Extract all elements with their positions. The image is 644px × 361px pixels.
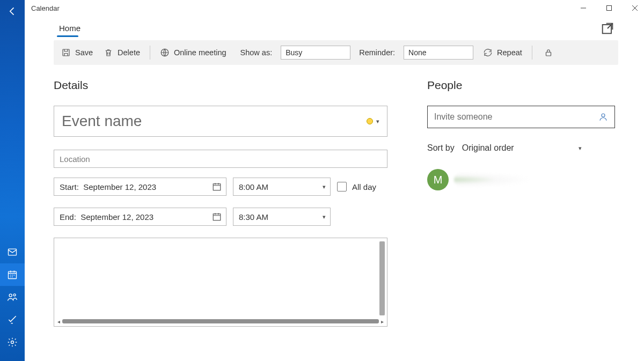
toolbar-separator xyxy=(532,46,532,60)
all-day-label: All day xyxy=(352,182,376,191)
sort-by-dropdown[interactable]: Original order ▾ xyxy=(462,143,582,153)
invite-someone-field[interactable] xyxy=(427,106,615,128)
chevron-down-icon: ▾ xyxy=(323,183,326,190)
todo-icon[interactable] xyxy=(0,308,25,331)
show-as-value: Busy xyxy=(286,48,302,57)
end-time-value: 8:30 AM xyxy=(239,212,268,222)
chevron-down-icon: ▾ xyxy=(323,213,326,220)
details-heading: Details xyxy=(54,79,397,92)
window-title: Calendar xyxy=(31,4,60,12)
all-day-checkbox[interactable] xyxy=(337,182,347,191)
toolbar-separator xyxy=(150,46,150,60)
reminder-value: None xyxy=(408,48,426,57)
vertical-scrollbar[interactable] xyxy=(379,241,385,315)
back-button[interactable] xyxy=(0,0,25,23)
start-label: Start: xyxy=(60,182,79,191)
show-as-label: Show as: xyxy=(240,48,273,57)
tab-home[interactable]: Home xyxy=(57,20,83,36)
online-meeting-button[interactable]: Online meeting xyxy=(159,46,228,60)
event-name-input[interactable] xyxy=(62,113,367,130)
calendar-icon xyxy=(212,212,222,222)
repeat-button[interactable]: Repeat xyxy=(482,46,523,60)
horizontal-scrollbar[interactable]: ◂ ▸ xyxy=(57,319,384,324)
start-date-value: September 12, 2023 xyxy=(83,182,156,191)
online-meeting-label: Online meeting xyxy=(174,48,226,57)
svg-rect-0 xyxy=(9,249,17,255)
sort-by-value: Original order xyxy=(462,143,514,153)
end-label: End: xyxy=(60,212,76,222)
end-time-picker[interactable]: 8:30 AM ▾ xyxy=(233,208,331,226)
app-sidebar xyxy=(0,0,25,361)
scroll-left-icon: ◂ xyxy=(57,319,60,325)
calendar-icon xyxy=(212,182,222,191)
save-label: Save xyxy=(75,48,93,57)
save-button[interactable]: Save xyxy=(60,46,94,60)
show-as-dropdown[interactable]: Busy xyxy=(281,46,350,60)
svg-point-4 xyxy=(11,341,14,344)
reminder-label: Reminder: xyxy=(359,48,395,57)
svg-rect-7 xyxy=(63,49,69,56)
location-input[interactable] xyxy=(60,150,382,167)
delete-label: Delete xyxy=(118,48,140,57)
event-toolbar: Save Delete Online meeting Show as: Busy… xyxy=(54,40,618,65)
people-heading: People xyxy=(427,79,615,92)
avatar: M xyxy=(427,169,449,190)
people-icon[interactable] xyxy=(0,286,25,308)
svg-rect-10 xyxy=(213,184,221,190)
location-field[interactable] xyxy=(54,150,387,168)
person-icon xyxy=(598,112,608,122)
attendee-row[interactable]: M xyxy=(427,169,615,190)
attendee-name-redacted xyxy=(454,172,529,187)
svg-rect-5 xyxy=(607,6,612,11)
settings-icon[interactable] xyxy=(0,331,25,353)
category-color-picker[interactable]: ▾ xyxy=(367,118,379,125)
end-date-picker[interactable]: End: September 12, 2023 xyxy=(54,208,226,226)
open-new-window-icon[interactable] xyxy=(600,21,615,36)
titlebar: Calendar xyxy=(25,0,644,16)
private-lock-button[interactable] xyxy=(541,48,556,57)
chevron-down-icon: ▾ xyxy=(376,118,379,125)
description-textarea[interactable] xyxy=(69,241,375,311)
sort-by-label: Sort by xyxy=(427,143,455,153)
delete-button[interactable]: Delete xyxy=(103,46,141,60)
calendar-icon[interactable] xyxy=(0,263,25,286)
svg-rect-9 xyxy=(546,52,551,56)
end-date-value: September 12, 2023 xyxy=(80,212,153,222)
reminder-dropdown[interactable]: None xyxy=(404,46,473,60)
event-name-field[interactable]: ▾ xyxy=(54,106,387,137)
svg-point-12 xyxy=(602,114,605,117)
start-time-picker[interactable]: 8:00 AM ▾ xyxy=(233,178,331,196)
invite-input[interactable] xyxy=(434,112,598,122)
svg-point-2 xyxy=(9,294,12,297)
chevron-down-icon: ▾ xyxy=(579,145,582,152)
start-time-value: 8:00 AM xyxy=(239,182,268,191)
start-date-picker[interactable]: Start: September 12, 2023 xyxy=(54,178,226,196)
window-close[interactable] xyxy=(627,0,643,16)
window-minimize[interactable] xyxy=(575,0,591,16)
description-field[interactable]: ◂ ▸ xyxy=(54,238,387,327)
scroll-right-icon: ▸ xyxy=(381,319,384,325)
svg-point-3 xyxy=(13,294,16,296)
window-maximize[interactable] xyxy=(601,0,617,16)
svg-rect-11 xyxy=(213,214,221,220)
repeat-label: Repeat xyxy=(497,48,522,57)
mail-icon[interactable] xyxy=(0,241,25,263)
color-dot-icon xyxy=(367,118,373,124)
